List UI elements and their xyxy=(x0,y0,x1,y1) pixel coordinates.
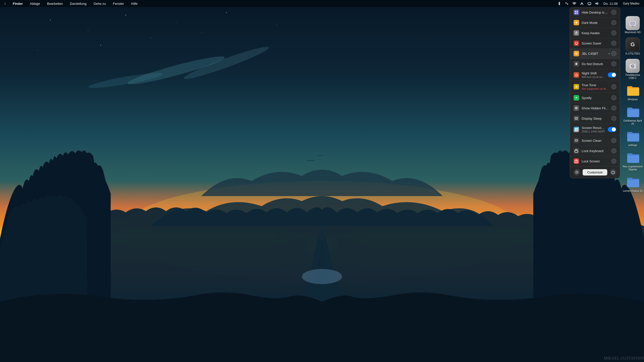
dohthemes-item[interactable]: Dohthemes April 20 xyxy=(622,104,644,126)
windows-item[interactable]: Windows xyxy=(625,82,641,102)
settings-gear-icon[interactable] xyxy=(574,169,580,175)
jbl-dot[interactable] xyxy=(611,51,616,56)
gehe-zu-menu[interactable]: Gehe zu xyxy=(92,1,107,6)
ablage-menu[interactable]: Ablage xyxy=(28,1,41,6)
do-not-disturb-dot[interactable] xyxy=(611,61,616,66)
night-shift-content: Night Shift Will turn on at sunset xyxy=(582,71,605,78)
user-name[interactable]: Gary Madeo xyxy=(621,1,641,6)
dark-mode-dot[interactable] xyxy=(611,20,616,25)
spotify-dot[interactable] xyxy=(611,95,616,100)
hide-desktop-icons-row[interactable]: Hide Desktop Icons xyxy=(570,7,620,18)
lock-screen-label: Lock Screen xyxy=(582,159,609,163)
display-sleep-row[interactable]: Display Sleep xyxy=(570,113,620,124)
time-machine-item[interactable]: TimeMachine USB-C xyxy=(622,58,644,81)
do-not-disturb-row[interactable]: Do Not Disturb xyxy=(570,59,620,69)
svg-rect-25 xyxy=(575,11,576,12)
display-sleep-label: Display Sleep xyxy=(582,117,609,120)
power-icon[interactable] xyxy=(610,169,616,175)
hide-desktop-icons-right xyxy=(611,10,616,15)
dohthemes-label: Dohthemes April 20 xyxy=(623,119,643,125)
dark-mode-row[interactable]: Dark Mode xyxy=(570,18,620,28)
true-tone-subtitle: Not supported on this device xyxy=(582,87,609,90)
lock-screen-right xyxy=(611,159,616,164)
windows-icon xyxy=(626,83,640,97)
customize-button[interactable]: Customize xyxy=(583,169,607,175)
keep-awake-dot[interactable] xyxy=(611,30,616,35)
spotify-row[interactable]: Spotify xyxy=(570,93,620,103)
dohthemes-icon xyxy=(626,105,640,119)
true-tone-dot[interactable] xyxy=(611,84,616,89)
lock-keyboard-content: Lock Keyboard xyxy=(582,149,609,153)
keep-awake-row[interactable]: Keep Awake xyxy=(570,28,620,38)
jbl-icon xyxy=(574,51,579,56)
screen-clean-dot[interactable] xyxy=(611,138,616,143)
svg-rect-57 xyxy=(575,150,578,152)
settings-item[interactable]: settings xyxy=(625,128,641,148)
screen-resolution-content: Screen Resolution 644 x 362 HiDPI xyxy=(582,126,605,133)
svg-text:G: G xyxy=(630,41,635,48)
night-shift-toggle[interactable] xyxy=(608,72,616,77)
svg-rect-64 xyxy=(632,26,634,26)
lock-keyboard-right xyxy=(611,148,616,153)
true-tone-label: True Tone xyxy=(582,83,609,87)
screen-resolution-row[interactable]: Screen Resolution 644 x 362 HiDPI xyxy=(570,124,620,135)
time-machine-icon xyxy=(626,59,640,73)
jbl-dropdown-arrow[interactable]: ▾ xyxy=(609,52,610,55)
svg-rect-24 xyxy=(588,3,591,5)
panel-footer: Customize xyxy=(570,166,620,178)
lock-screen-dot[interactable] xyxy=(611,159,616,164)
show-hidden-files-row[interactable]: Show Hidden Files xyxy=(570,103,620,113)
true-tone-row[interactable]: True Tone Not supported on this device xyxy=(570,81,620,93)
neu-zugewiesene-item[interactable]: Neu zugewiesene Objekte xyxy=(622,149,644,172)
screen-resolution-toggle[interactable] xyxy=(608,127,616,132)
screen-resolution-right xyxy=(608,127,616,132)
screen-saver-icon xyxy=(574,40,579,46)
screen-resolution-label: Screen Resolution xyxy=(582,126,605,130)
wifi-icon[interactable] xyxy=(572,1,577,6)
screen-clean-row[interactable]: Screen Clean xyxy=(570,135,620,146)
apple-menu[interactable]:  xyxy=(3,1,7,6)
night-shift-row[interactable]: Night Shift Will turn on at sunset xyxy=(570,69,620,81)
svg-rect-62 xyxy=(630,22,635,25)
airdrop-icon[interactable] xyxy=(579,1,585,6)
jbl-content: JBL C45BT xyxy=(582,52,606,56)
hide-desktop-icons-label: Hide Desktop Icons xyxy=(582,11,609,14)
screen-saver-content: Screen Saver xyxy=(582,41,609,45)
lock-screen-row[interactable]: Lock Screen xyxy=(570,156,620,166)
volume-icon[interactable] xyxy=(594,1,600,6)
control-center-icon[interactable] xyxy=(564,1,570,6)
do-not-disturb-icon xyxy=(574,61,579,67)
macintosh-hd-item[interactable]: Macintosh HD xyxy=(624,15,642,35)
hilfe-menu[interactable]: Hilfe xyxy=(130,1,139,6)
lernen-klasse-item[interactable]: Lernen Klasse 10 xyxy=(622,174,643,194)
lock-keyboard-label: Lock Keyboard xyxy=(582,149,609,153)
hide-desktop-icons-dot[interactable] xyxy=(611,10,616,15)
finder-menu[interactable]: Finder xyxy=(11,1,24,6)
screen-saver-row[interactable]: Screen Saver xyxy=(570,38,620,49)
jbl-right: ▾ xyxy=(609,51,616,56)
fenster-menu[interactable]: Fenster xyxy=(111,1,126,6)
svg-point-29 xyxy=(576,22,577,23)
macintosh-hd-label: Macintosh HD xyxy=(625,31,641,34)
jbl-c45bt-row[interactable]: JBL C45BT ▾ xyxy=(570,49,620,59)
svg-point-10 xyxy=(100,45,101,46)
svg-rect-38 xyxy=(575,42,578,44)
svg-rect-52 xyxy=(575,128,576,129)
svg-point-42 xyxy=(576,53,577,54)
lock-keyboard-row[interactable]: Lock Keyboard xyxy=(570,146,620,156)
dark-mode-icon xyxy=(574,20,579,25)
svg-point-43 xyxy=(576,74,577,75)
screen-saver-dot[interactable] xyxy=(611,41,616,46)
lock-keyboard-dot[interactable] xyxy=(611,148,616,153)
lock-screen-icon xyxy=(574,158,579,164)
g-utilities-item[interactable]: G G-UTILITIES xyxy=(624,36,641,56)
display-sleep-dot[interactable] xyxy=(611,116,616,121)
show-hidden-files-dot[interactable] xyxy=(611,106,616,111)
bearbeiten-menu[interactable]: Bearbeiten xyxy=(46,1,64,6)
menubar:  Finder Ablage Bearbeiten Darstellung G… xyxy=(0,0,644,7)
bluetooth-icon[interactable] xyxy=(556,1,562,6)
svg-point-4 xyxy=(88,30,88,30)
screen-icon[interactable] xyxy=(587,1,592,6)
darstellung-menu[interactable]: Darstellung xyxy=(68,1,88,6)
lock-keyboard-icon xyxy=(574,148,579,154)
